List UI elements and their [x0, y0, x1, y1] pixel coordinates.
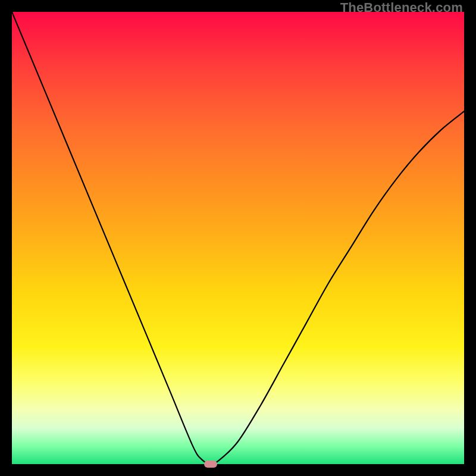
- plot-area: [12, 12, 464, 464]
- bottleneck-curve: [12, 12, 464, 464]
- optimal-marker: [204, 461, 217, 468]
- chart-frame: TheBottleneck.com: [0, 0, 476, 476]
